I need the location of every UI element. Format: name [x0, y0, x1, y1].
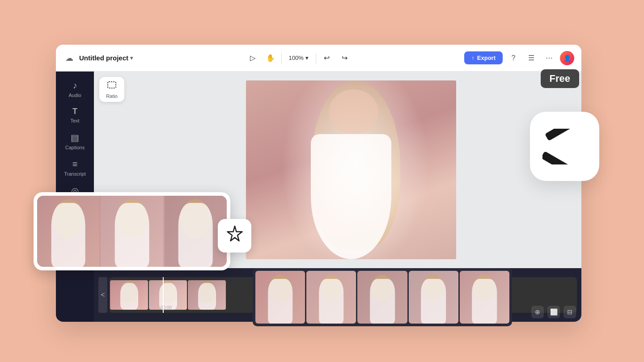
avatar[interactable]: 👤: [560, 51, 574, 65]
mobile-clip-1: [37, 196, 99, 267]
timeline-scroll-left[interactable]: <: [98, 277, 107, 313]
audio-icon: ♪: [73, 80, 77, 91]
text-icon: T: [72, 107, 77, 116]
capcut-logo: [542, 129, 587, 164]
timeline-second-clip-1[interactable]: [255, 271, 305, 324]
star-icon: [225, 224, 244, 247]
timeline-layout-button[interactable]: ⊟: [564, 306, 576, 318]
captions-icon: ▤: [71, 132, 79, 143]
redo-button[interactable]: ↪: [338, 51, 352, 65]
timeline-add-button[interactable]: ⊕: [531, 306, 544, 318]
video-preview-image: [246, 80, 456, 259]
canvas-tools: Ratio: [99, 77, 124, 102]
cloud-icon[interactable]: ☁: [63, 52, 76, 64]
project-chevron: ▾: [130, 55, 133, 61]
zoom-chevron: ▾: [305, 55, 309, 61]
svg-rect-0: [108, 82, 116, 88]
timeline-expand-button[interactable]: ⬜: [547, 306, 560, 318]
timeline-second-clip-4[interactable]: [409, 271, 458, 324]
hand-tool-button[interactable]: ✋: [263, 51, 278, 65]
list-button[interactable]: ☰: [524, 51, 538, 65]
cursor-tool-button[interactable]: ▷: [246, 51, 260, 65]
divider-1: [281, 53, 282, 63]
ratio-button[interactable]: Ratio: [99, 77, 124, 102]
timeline-second-track: [253, 268, 512, 326]
svg-rect-2: [542, 151, 571, 164]
video-preview: [246, 80, 456, 259]
timeline-controls: ⊕ ⬜ ⊟: [531, 306, 576, 318]
project-name-button[interactable]: Untitled project ▾: [79, 54, 133, 62]
header: ☁ Untitled project ▾ ▷ ✋ 100% ▾ ↩ ↪ ↑ Ex…: [56, 45, 581, 72]
svg-rect-3: [566, 141, 585, 152]
more-button[interactable]: ⋯: [542, 51, 556, 65]
svg-rect-1: [545, 129, 575, 141]
timeline-playhead[interactable]: [163, 277, 164, 313]
timeline-clip-1[interactable]: [110, 280, 148, 310]
avatar-label: 👤: [564, 55, 571, 62]
sidebar-item-audio[interactable]: ♪ Audio: [59, 77, 91, 101]
mobile-preview-content: [37, 196, 227, 267]
effects-star-button[interactable]: [218, 219, 251, 253]
project-title: Untitled project: [79, 54, 128, 62]
mobile-preview: [34, 192, 230, 270]
sidebar-item-captions[interactable]: ▤ Captions: [59, 129, 91, 154]
divider-2: [316, 53, 316, 63]
header-right: ↑ Export ? ☰ ⋯ 👤: [464, 51, 574, 65]
zoom-level: 100%: [289, 55, 304, 61]
header-left: ☁ Untitled project ▾: [63, 52, 133, 64]
export-button[interactable]: ↑ Export: [464, 51, 503, 64]
sidebar-label-transcript: Transcript: [64, 171, 86, 177]
sidebar-item-text[interactable]: T Text: [59, 103, 91, 127]
ratio-label: Ratio: [106, 93, 118, 99]
transcript-icon: ≡: [72, 159, 78, 169]
ratio-icon: [107, 80, 117, 92]
timeline-second-clip-3[interactable]: [357, 271, 407, 324]
timeline-second-clip-5[interactable]: [460, 271, 509, 324]
undo-button[interactable]: ↩: [320, 51, 334, 65]
time-label: 00:00: [161, 305, 172, 310]
mobile-clip-2: [101, 196, 163, 267]
free-label: Free: [550, 73, 570, 84]
export-label: Export: [477, 55, 496, 61]
playhead-triangle: [161, 277, 166, 278]
free-badge: Free: [541, 69, 579, 88]
capcut-logo-card: [530, 112, 599, 181]
help-button[interactable]: ?: [506, 51, 521, 65]
header-center: ▷ ✋ 100% ▾ ↩ ↪: [138, 51, 459, 65]
sidebar-label-audio: Audio: [68, 93, 81, 98]
sidebar-item-transcript[interactable]: ≡ Transcript: [59, 156, 91, 180]
sidebar-label-text: Text: [70, 118, 79, 123]
zoom-control[interactable]: 100% ▾: [285, 53, 312, 63]
export-icon: ↑: [471, 55, 475, 61]
timeline-second-clip-2[interactable]: [306, 271, 356, 324]
sidebar-label-captions: Captions: [65, 145, 85, 150]
timeline-clip-3[interactable]: [188, 280, 226, 310]
